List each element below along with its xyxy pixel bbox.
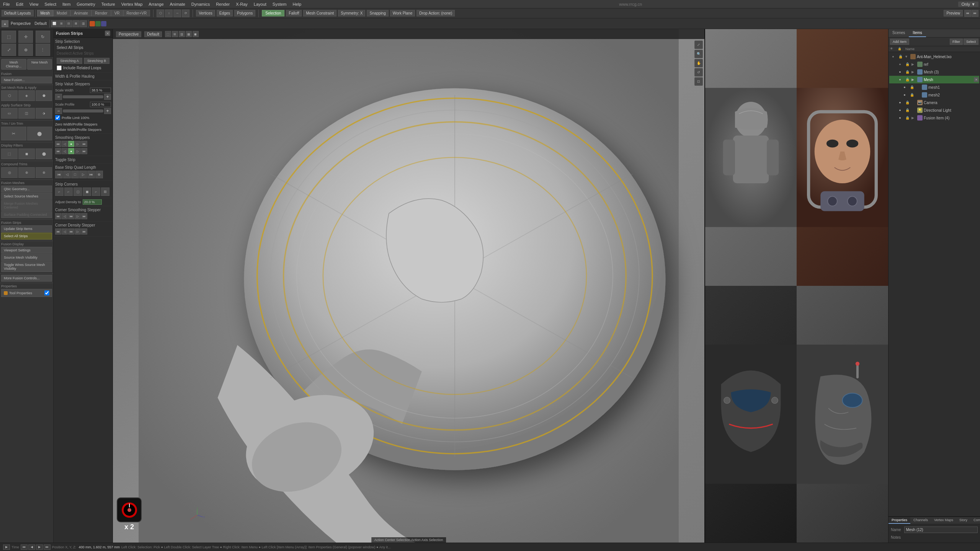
cd-icon-5[interactable]: ⏭ (81, 228, 87, 235)
menu-texture[interactable]: Texture (100, 2, 117, 7)
stretching-b-btn[interactable]: Stretching B (84, 58, 109, 64)
tree-item-light[interactable]: ● 🔒 💡 Directional Light (889, 106, 979, 114)
compound-icon-2[interactable]: ⊕ (18, 167, 35, 178)
select-all-strips-fp-btn[interactable]: Select All Strips (55, 45, 111, 51)
mesh-cleanup-btn[interactable]: Mesh Cleanup... (1, 59, 26, 70)
role-icon-1[interactable]: ⬡ (1, 90, 18, 101)
tool-properties-checkbox[interactable] (44, 290, 49, 295)
scale-width-plus[interactable]: + (104, 94, 111, 100)
corner-icon-1[interactable]: ⌐ (55, 187, 64, 196)
work-plane-btn[interactable]: Work Plane (390, 10, 415, 16)
workspace-model[interactable]: Model (53, 10, 70, 16)
tool-rotate[interactable]: ↻ (36, 31, 50, 43)
perspective-label[interactable]: Perspective (9, 21, 32, 26)
mesh2-visibility[interactable]: ● (902, 92, 908, 98)
vp-toggle-2[interactable]: ⊞ (172, 31, 178, 37)
scale-profile-input[interactable] (90, 102, 111, 107)
vp-toggle-4[interactable]: ▦ (186, 31, 192, 37)
vp-nav-4[interactable]: ↺ (694, 68, 703, 77)
smooth-step-2[interactable]: ◁ (62, 141, 68, 147)
source-mesh-vis-btn[interactable]: Source Mesh Visibility (1, 254, 52, 261)
toggle-strip-header[interactable]: Toggle Strip (55, 157, 111, 162)
surface-icon-2[interactable]: ◫ (18, 108, 35, 119)
tool-icon-3[interactable]: ↔ (173, 10, 181, 17)
smooth-step-1[interactable]: ⏮ (55, 141, 61, 147)
bsq-icon-4[interactable]: ▷ (79, 171, 87, 178)
corner-icon-2[interactable]: ⌐ (64, 187, 73, 196)
deselect-active-btn[interactable]: Deselect Active Strips (55, 51, 111, 56)
tree-item-ref[interactable]: ● 🔒 ▶ ref (889, 60, 979, 68)
tool-properties-btn[interactable]: Tool Properties (1, 289, 52, 297)
ref-arrow[interactable]: ▶ (911, 62, 916, 66)
add-item-btn[interactable]: Add Item (890, 39, 909, 45)
camera-visibility[interactable]: ● (897, 99, 903, 106)
tree-root[interactable]: ● 🔒 ▼ Ant-Man_Helmet.lxo (889, 53, 979, 60)
corner-icon-3[interactable]: ◻ (74, 187, 82, 196)
vp-nav-3[interactable]: ✋ (694, 59, 703, 67)
fusion-item-visibility[interactable]: ● (897, 115, 903, 121)
corner-smoothing-header[interactable]: Corner Smoothing Stepper (55, 207, 111, 212)
mesh-constraint-btn[interactable]: Mesh Constraint (303, 10, 336, 16)
trim-icon-2[interactable]: ⬤ (27, 127, 52, 140)
workspace-vr[interactable]: VR (111, 10, 123, 16)
smooth-step-b5[interactable]: ⏭ (81, 148, 87, 154)
tool-select[interactable]: ⬚ (2, 31, 16, 43)
perspective-dropdown[interactable]: Perspective (116, 31, 141, 37)
filter-icon-2[interactable]: ◼ (18, 148, 35, 159)
tree-item-mesh2[interactable]: ● 🔒 mesh2 (889, 91, 979, 99)
tree-item-mesh1[interactable]: ● 🔒 mesh1 (889, 83, 979, 91)
smooth-step-b3[interactable]: ● (68, 148, 74, 154)
tool-snap[interactable]: ⋮ (36, 44, 50, 56)
cd-icon-3[interactable]: ⏮ (68, 228, 74, 235)
root-lock[interactable]: 🔒 (897, 54, 903, 60)
scale-width-input[interactable] (90, 88, 111, 93)
include-related-loops-checkbox[interactable] (57, 65, 62, 70)
strip-value-header[interactable]: Strip Value Steppers (55, 82, 111, 86)
layout-2[interactable]: ⊞ (58, 20, 65, 27)
selection-active-btn[interactable]: Selection (262, 10, 284, 16)
cd-icon-4[interactable]: ▷ (75, 228, 81, 235)
trim-icon-1[interactable]: ✂ (1, 127, 26, 140)
workspace-mesh[interactable]: Mesh (37, 10, 53, 16)
workspace-render[interactable]: Render (91, 10, 111, 16)
bsq-icon-2[interactable]: ◁ (63, 171, 71, 178)
smooth-step-b2[interactable]: ◁ (62, 148, 68, 154)
select-source-meshes-btn[interactable]: Select Source Meshes (1, 193, 52, 200)
mesh2-lock[interactable]: 🔒 (909, 92, 915, 98)
new-fusion-btn[interactable]: New Fusion... (1, 77, 52, 83)
bsq-icon-1[interactable]: ⏮ (55, 171, 63, 178)
render-nav-1[interactable]: ⏮ (964, 10, 971, 17)
only-button[interactable]: Only ▼ (958, 2, 978, 7)
bsq-icon-6[interactable]: ⊕ (95, 171, 103, 178)
menu-file[interactable]: File (2, 2, 11, 7)
cs-icon-5[interactable]: ⏭ (81, 213, 87, 219)
mesh1-visibility[interactable]: ● (902, 84, 908, 90)
menu-xray[interactable]: X-Ray (234, 2, 249, 7)
filter-icon-1[interactable]: ⬚ (1, 148, 18, 159)
toggle-wires-btn[interactable]: Toggle Wires Source Mesh Visibility (1, 261, 52, 272)
tool-icon-4[interactable]: ⟳ (182, 10, 189, 17)
select-btn[interactable]: Select (964, 39, 978, 45)
camera-lock[interactable]: 🔒 (904, 99, 910, 106)
vp-nav-1[interactable]: ⤢ (694, 41, 703, 49)
tool-transform[interactable]: ⊕ (18, 44, 33, 56)
menu-geometry[interactable]: Geometry (75, 2, 96, 7)
menu-view[interactable]: View (28, 2, 40, 7)
frame-btn-1[interactable]: ⏮ (21, 544, 28, 550)
width-profile-header[interactable]: Width & Profile Hauling (55, 74, 111, 79)
menu-arrange[interactable]: Arrange (147, 2, 165, 7)
cs-icon-1[interactable]: ⏮ (55, 213, 61, 219)
tool-scale[interactable]: ⤢ (2, 44, 16, 56)
update-strip-items-btn[interactable]: Update Strip Items (1, 225, 52, 232)
more-fusion-btn[interactable]: More Fusion Controls... (1, 275, 52, 282)
stretching-a-btn[interactable]: Stretching A (57, 58, 82, 64)
prop-tab-cmd-hist[interactable]: Command Hist (970, 517, 980, 524)
menu-layout[interactable]: Layout (252, 2, 268, 7)
corner-icon-6[interactable]: ⊞ (101, 187, 109, 196)
vp-nav-2[interactable]: 🔍 (694, 50, 703, 58)
smooth-step-5[interactable]: ⏭ (81, 141, 87, 147)
compound-icon-1[interactable]: ◎ (1, 167, 18, 178)
surface-padding-btn[interactable]: Surface Padding Connected (1, 211, 52, 218)
filter-icon-3[interactable]: ⬤ (36, 148, 52, 159)
tab-scenes[interactable]: Scenes (889, 29, 909, 37)
